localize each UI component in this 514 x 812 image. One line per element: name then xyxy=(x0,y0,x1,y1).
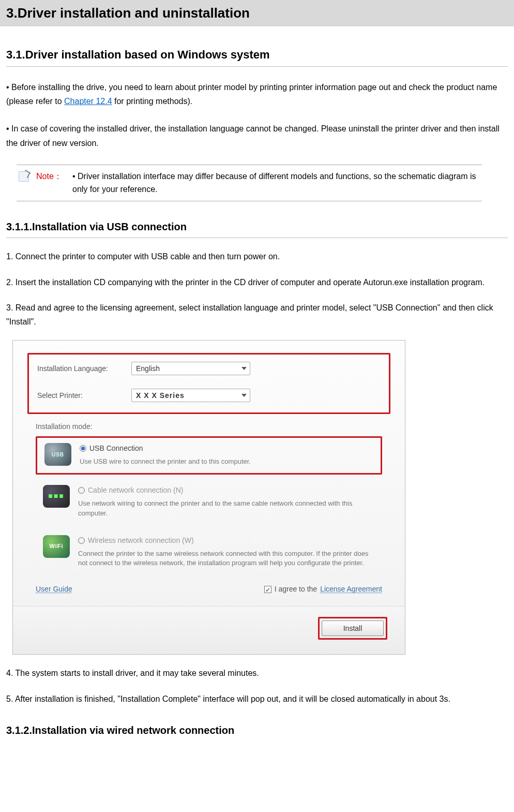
step-4: 4. The system starts to install driver, … xyxy=(6,666,508,680)
heading-2: 3.1.Driver installation based on Windows… xyxy=(6,46,508,67)
mode-desc-cable: Use network wiring to connect the printe… xyxy=(78,499,375,519)
chevron-down-icon xyxy=(241,394,247,397)
note-label: Note： xyxy=(36,170,65,183)
section-body: 3.1.Driver installation based on Windows… xyxy=(0,46,514,738)
dropdown-printer[interactable]: X X X Series xyxy=(131,389,250,402)
step-5: 5. After installation is finished, "Inst… xyxy=(6,692,508,706)
installer-dialog: Installation Language: English Select Pr… xyxy=(12,340,405,655)
heading-1: 3.Driver installation and uninstallation xyxy=(0,0,514,26)
mode-desc-wireless: Connect the printer to the same wireless… xyxy=(78,549,375,569)
link-user-guide[interactable]: User Guide xyxy=(36,584,72,595)
mode-desc-usb: Use USB wire to connect the printer and … xyxy=(80,457,373,467)
mode-body: USB Connection Use USB wire to connect t… xyxy=(80,443,373,467)
note-box: Note： • Driver installation interface ma… xyxy=(17,165,482,202)
paragraph-1: • Before installing the drive, you need … xyxy=(6,80,508,108)
mode-body: Wireless network connection (W) Connect … xyxy=(78,535,375,569)
heading-3-usb: 3.1.1.Installation via USB connection xyxy=(6,219,508,238)
mode-option-cable[interactable]: Cable network connection (N) Use network… xyxy=(36,480,382,525)
row-language: Installation Language: English xyxy=(37,362,381,375)
install-button[interactable]: Install xyxy=(322,621,384,636)
radio-cable-label: Cable network connection (N) xyxy=(88,485,183,496)
radio-usb[interactable] xyxy=(80,445,86,452)
agree-text: I agree to the xyxy=(275,584,318,595)
agree-group: I agree to the License Agreement xyxy=(264,584,382,595)
wifi-icon xyxy=(43,535,70,558)
step-3: 3. Read and agree to the licensing agree… xyxy=(6,301,508,329)
dropdown-language-value: English xyxy=(136,363,160,374)
radio-wireless-label: Wireless network connection (W) xyxy=(88,535,194,546)
heading-3-wired: 3.1.2.Installation via wired network con… xyxy=(6,722,508,738)
radio-cable[interactable] xyxy=(78,487,85,494)
link-license-agreement[interactable]: License Agreement xyxy=(320,584,382,595)
radio-line-wireless[interactable]: Wireless network connection (W) xyxy=(78,535,375,546)
ethernet-icon xyxy=(43,485,70,508)
radio-usb-label: USB Connection xyxy=(89,443,143,454)
text: for printing methods). xyxy=(112,97,193,106)
label-installation-mode: Installation mode: xyxy=(36,421,382,432)
highlight-frame-install: Install xyxy=(318,617,387,640)
highlight-frame-top: Installation Language: English Select Pr… xyxy=(27,353,390,414)
note-icon xyxy=(19,171,29,182)
note-text: • Driver installation interface may diff… xyxy=(72,170,480,196)
step-1: 1. Connect the printer to computer with … xyxy=(6,249,508,263)
row-printer: Select Printer: X X X Series xyxy=(37,389,381,402)
paragraph-2: • In case of covering the installed driv… xyxy=(6,122,508,150)
mode-option-wireless[interactable]: Wireless network connection (W) Connect … xyxy=(36,530,382,575)
radio-line-cable[interactable]: Cable network connection (N) xyxy=(78,485,375,496)
button-row: Install xyxy=(13,606,405,654)
link-chapter-12-4[interactable]: Chapter 12.4 xyxy=(64,97,112,106)
dropdown-language[interactable]: English xyxy=(131,362,250,375)
label-language: Installation Language: xyxy=(37,363,125,374)
mode-option-usb[interactable]: USB Connection Use USB wire to connect t… xyxy=(36,436,382,475)
dropdown-printer-value: X X X Series xyxy=(136,390,185,401)
bottom-row: User Guide I agree to the License Agreem… xyxy=(36,584,382,595)
checkbox-agree[interactable] xyxy=(264,586,271,593)
usb-icon xyxy=(44,443,71,466)
mode-body: Cable network connection (N) Use network… xyxy=(78,485,375,519)
label-printer: Select Printer: xyxy=(37,390,125,401)
radio-wireless[interactable] xyxy=(78,537,85,544)
radio-line-usb[interactable]: USB Connection xyxy=(80,443,373,454)
chevron-down-icon xyxy=(241,367,247,370)
step-2: 2. Insert the installation CD companying… xyxy=(6,275,508,289)
